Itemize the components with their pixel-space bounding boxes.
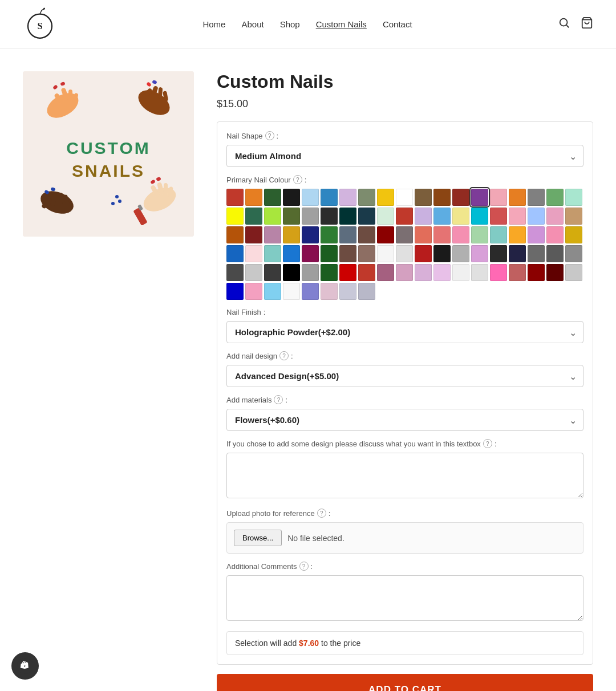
color-swatch[interactable]	[471, 264, 488, 281]
search-icon[interactable]	[558, 17, 570, 31]
color-swatch[interactable]	[528, 264, 545, 281]
color-swatch[interactable]	[358, 226, 375, 243]
color-swatch[interactable]	[264, 264, 281, 281]
color-swatch[interactable]	[358, 245, 375, 262]
color-swatch[interactable]	[377, 245, 394, 262]
additional-comments-textarea[interactable]	[226, 575, 583, 621]
materials-help-icon[interactable]: ?	[274, 395, 283, 404]
color-swatch[interactable]	[245, 189, 262, 206]
color-swatch[interactable]	[321, 264, 338, 281]
color-swatch[interactable]	[565, 189, 582, 206]
color-swatch[interactable]	[546, 245, 564, 262]
color-swatch[interactable]	[283, 245, 300, 262]
color-swatch[interactable]	[433, 245, 451, 262]
color-swatch[interactable]	[509, 189, 526, 206]
color-swatch[interactable]	[302, 264, 319, 281]
color-swatch[interactable]	[471, 245, 488, 262]
color-swatch[interactable]	[264, 226, 281, 243]
materials-select[interactable]: None Rhinestones(+$1.00) Flowers(+$0.60)…	[226, 409, 583, 431]
color-swatch[interactable]	[264, 283, 281, 300]
color-swatch[interactable]	[509, 264, 526, 281]
color-swatch[interactable]	[565, 208, 582, 225]
color-swatch[interactable]	[452, 264, 469, 281]
color-swatch[interactable]	[283, 283, 300, 300]
color-swatch[interactable]	[452, 189, 469, 206]
color-swatch[interactable]	[377, 226, 394, 243]
color-swatch[interactable]	[226, 226, 244, 243]
design-textarea[interactable]	[226, 453, 583, 498]
color-swatch[interactable]	[565, 226, 582, 243]
color-swatch[interactable]	[339, 245, 356, 262]
color-swatch[interactable]	[302, 283, 319, 300]
color-swatch[interactable]	[490, 264, 507, 281]
color-swatch[interactable]	[245, 208, 262, 225]
color-swatch[interactable]	[490, 245, 507, 262]
color-swatch[interactable]	[415, 245, 432, 262]
color-swatch[interactable]	[452, 245, 469, 262]
color-swatch[interactable]	[302, 208, 319, 225]
color-swatch[interactable]	[490, 226, 507, 243]
color-swatch[interactable]	[245, 283, 262, 300]
color-swatch[interactable]	[546, 226, 564, 243]
color-swatch[interactable]	[283, 189, 300, 206]
color-swatch[interactable]	[358, 283, 375, 300]
color-swatch[interactable]	[396, 245, 413, 262]
color-swatch[interactable]	[264, 245, 281, 262]
nav-contact[interactable]: Contact	[383, 19, 412, 29]
photo-upload-help-icon[interactable]: ?	[317, 509, 326, 518]
color-swatch[interactable]	[528, 208, 545, 225]
color-swatch[interactable]	[565, 264, 582, 281]
color-swatch[interactable]	[245, 226, 262, 243]
color-swatch[interactable]	[433, 264, 451, 281]
nail-design-help-icon[interactable]: ?	[279, 351, 289, 360]
color-swatch[interactable]	[339, 283, 356, 300]
color-swatch[interactable]	[415, 264, 432, 281]
nail-shape-select[interactable]: Short Round Medium Almond Long Almond Co…	[226, 145, 583, 167]
add-to-cart-button[interactable]: ADD TO CART	[217, 674, 593, 691]
color-swatch[interactable]	[245, 245, 262, 262]
color-swatch[interactable]	[377, 208, 394, 225]
color-swatch[interactable]	[377, 264, 394, 281]
color-swatch[interactable]	[377, 189, 394, 206]
color-swatch[interactable]	[245, 264, 262, 281]
color-swatch[interactable]	[321, 245, 338, 262]
color-swatch[interactable]	[226, 189, 244, 206]
color-swatch[interactable]	[396, 264, 413, 281]
color-swatch[interactable]	[226, 264, 244, 281]
nail-design-select[interactable]: None Simple Design(+$2.00) Intermediate …	[226, 365, 583, 387]
color-swatch[interactable]	[415, 226, 432, 243]
color-swatch[interactable]	[509, 245, 526, 262]
color-swatch[interactable]	[528, 189, 545, 206]
color-swatch[interactable]	[264, 208, 281, 225]
color-swatch[interactable]	[339, 264, 356, 281]
color-swatch[interactable]	[415, 208, 432, 225]
nail-shape-help-icon[interactable]: ?	[265, 131, 274, 140]
color-swatch[interactable]	[302, 245, 319, 262]
nav-custom-nails[interactable]: Custom Nails	[316, 19, 367, 29]
additional-comments-help-icon[interactable]: ?	[299, 562, 309, 571]
color-swatch[interactable]	[226, 283, 244, 300]
color-swatch[interactable]	[471, 208, 488, 225]
color-swatch[interactable]	[396, 226, 413, 243]
color-swatch[interactable]	[302, 189, 319, 206]
color-swatch[interactable]	[339, 226, 356, 243]
color-swatch[interactable]	[546, 264, 564, 281]
color-swatch[interactable]	[528, 245, 545, 262]
color-swatch[interactable]	[452, 226, 469, 243]
color-swatch[interactable]	[283, 208, 300, 225]
color-swatch[interactable]	[226, 208, 244, 225]
nav-about[interactable]: About	[241, 19, 264, 29]
nav-shop[interactable]: Shop	[280, 19, 300, 29]
color-swatch[interactable]	[490, 189, 507, 206]
browse-button[interactable]: Browse...	[234, 530, 282, 546]
color-swatch[interactable]	[321, 189, 338, 206]
color-swatch[interactable]	[358, 189, 375, 206]
color-swatch[interactable]	[396, 189, 413, 206]
color-swatch[interactable]	[452, 208, 469, 225]
color-swatch[interactable]	[339, 208, 356, 225]
color-swatch[interactable]	[264, 189, 281, 206]
color-swatch[interactable]	[433, 208, 451, 225]
shopify-badge[interactable]	[11, 652, 39, 680]
color-swatch[interactable]	[528, 226, 545, 243]
color-swatch[interactable]	[433, 226, 451, 243]
